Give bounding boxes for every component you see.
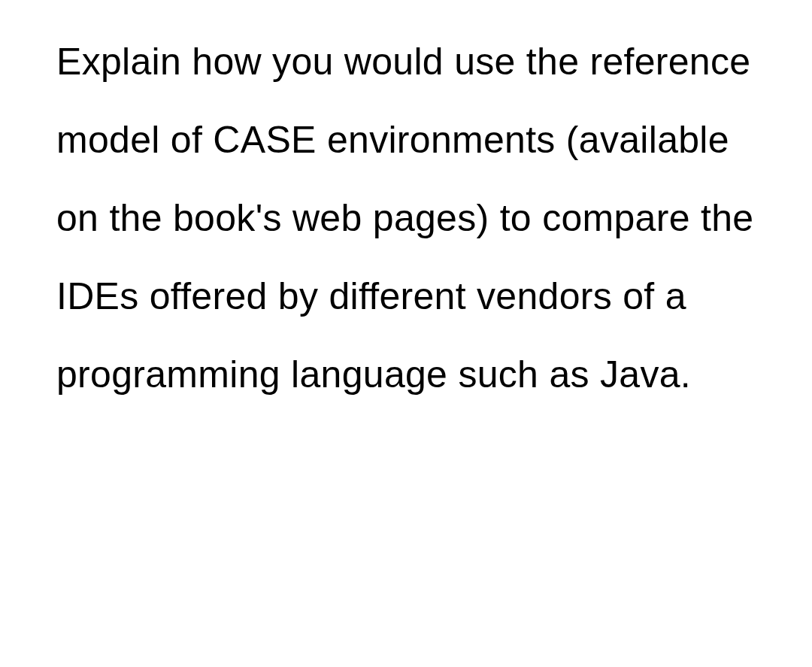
question-text: Explain how you would use the reference … [56,23,759,414]
